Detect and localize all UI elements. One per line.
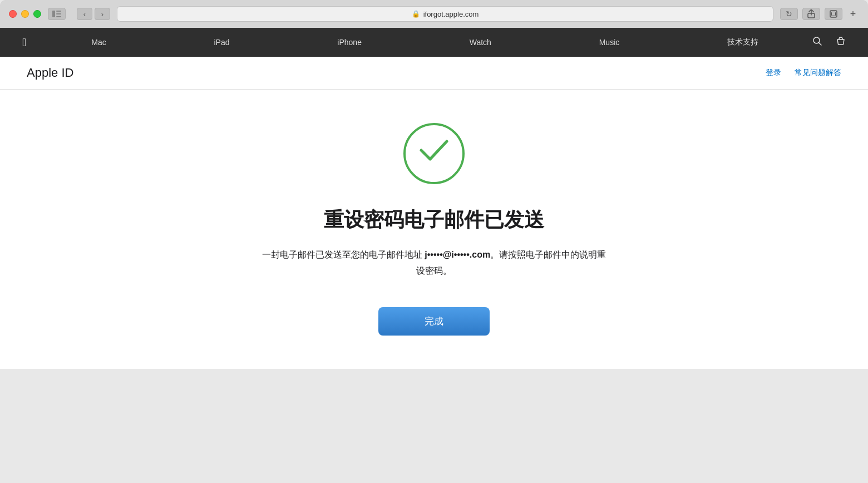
address-bar[interactable]: 🔒 iforgot.apple.com bbox=[117, 6, 773, 22]
reload-button[interactable]: ↻ bbox=[780, 8, 798, 20]
main-content: 重设密码电子邮件已发送 一封电子邮件已发送至您的电子邮件地址 j•••••@i•… bbox=[0, 90, 868, 369]
description-before: 一封电子邮件已发送至您的电子邮件地址 bbox=[262, 250, 425, 259]
svg-rect-2 bbox=[56, 13, 61, 14]
checkmark-icon bbox=[419, 138, 449, 167]
svg-line-8 bbox=[819, 42, 822, 45]
lock-icon: 🔒 bbox=[412, 10, 420, 18]
page-title: Apple ID bbox=[27, 66, 73, 80]
search-icon[interactable] bbox=[812, 36, 822, 49]
close-button[interactable] bbox=[9, 10, 17, 18]
nav-item-support[interactable]: 技术支持 bbox=[722, 37, 764, 47]
svg-rect-6 bbox=[832, 12, 836, 16]
traffic-lights bbox=[9, 10, 41, 18]
email-address: j•••••@i•••••.com bbox=[425, 250, 490, 259]
apple-navbar:  Mac iPad iPhone Watch Music 技术支持 bbox=[0, 28, 868, 57]
url-text: iforgot.apple.com bbox=[423, 10, 479, 18]
forward-button[interactable]: › bbox=[95, 8, 110, 20]
maximize-button[interactable] bbox=[33, 10, 41, 18]
svg-rect-3 bbox=[56, 16, 61, 17]
share-button[interactable] bbox=[802, 8, 820, 20]
done-button[interactable]: 完成 bbox=[378, 307, 490, 336]
nav-items-list: Mac iPad iPhone Watch Music 技术支持 bbox=[37, 37, 812, 47]
faq-link[interactable]: 常见问题解答 bbox=[795, 68, 841, 78]
header-links: 登录 常见问题解答 bbox=[766, 68, 841, 78]
success-icon-circle bbox=[403, 123, 465, 184]
sidebar-toggle-button[interactable] bbox=[48, 8, 66, 20]
minimize-button[interactable] bbox=[21, 10, 29, 18]
nav-item-watch[interactable]: Watch bbox=[464, 38, 497, 47]
nav-item-mac[interactable]: Mac bbox=[86, 38, 111, 47]
page-header: Apple ID 登录 常见问题解答 bbox=[0, 57, 868, 90]
nav-item-ipad[interactable]: iPad bbox=[208, 38, 235, 47]
nav-item-music[interactable]: Music bbox=[594, 38, 625, 47]
nav-actions bbox=[812, 36, 846, 49]
success-title: 重设密码电子邮件已发送 bbox=[324, 206, 544, 234]
browser-content:  Mac iPad iPhone Watch Music 技术支持 bbox=[0, 28, 868, 369]
login-link[interactable]: 登录 bbox=[766, 68, 781, 78]
svg-rect-5 bbox=[830, 11, 837, 17]
tab-overview-button[interactable] bbox=[825, 8, 842, 20]
success-description: 一封电子邮件已发送至您的电子邮件地址 j•••••@i•••••.com。请按照… bbox=[262, 247, 606, 279]
title-bar: ‹ › 🔒 iforgot.apple.com ↻ + bbox=[0, 0, 868, 28]
toolbar-right: ↻ + bbox=[780, 8, 859, 20]
svg-rect-1 bbox=[56, 11, 61, 12]
new-tab-button[interactable]: + bbox=[847, 8, 859, 20]
bag-icon[interactable] bbox=[836, 36, 846, 49]
apple-logo[interactable]:  bbox=[22, 36, 26, 49]
back-button[interactable]: ‹ bbox=[77, 8, 92, 20]
svg-rect-0 bbox=[52, 11, 55, 17]
nav-buttons: ‹ › bbox=[77, 8, 110, 20]
nav-item-iphone[interactable]: iPhone bbox=[332, 38, 367, 47]
browser-chrome: ‹ › 🔒 iforgot.apple.com ↻ + bbox=[0, 0, 868, 369]
